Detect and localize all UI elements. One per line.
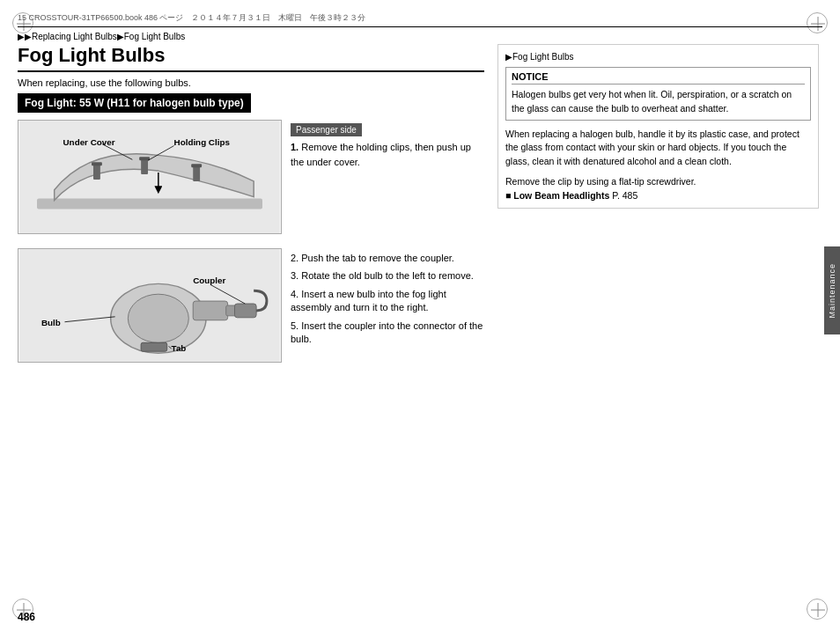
diagram-top-svg: Under Cover Holding Clips [18, 121, 281, 233]
step1-num: 1. [291, 142, 298, 152]
svg-rect-1 [37, 199, 262, 209]
sidebar-label: Maintenance [828, 263, 836, 319]
main-content: Fog Light Bulbs When replacing, use the … [18, 44, 818, 606]
body-text: When replacing a halogen bulb, handle it… [505, 128, 811, 169]
page-number: 486 [18, 611, 35, 623]
steps-2-5-area: 2. Push the tab to remove the coupler. 3… [291, 248, 484, 350]
step1-area: Passenger side 1. Remove the holding cli… [291, 120, 484, 176]
svg-rect-4 [141, 158, 148, 174]
ref-link-text: Low Beam Headlights [513, 190, 609, 201]
ref-link: ■ Low Beam Headlights P. 485 [505, 190, 811, 201]
notice-box: NOTICE Halogen bulbs get very hot when l… [505, 67, 811, 121]
svg-rect-18 [234, 304, 256, 318]
right-col-header-text: ▶Fog Light Bulbs [505, 52, 574, 62]
right-col-header: ▶Fog Light Bulbs [505, 52, 811, 62]
svg-rect-16 [193, 301, 227, 320]
svg-rect-6 [193, 165, 200, 181]
right-column: ▶Fog Light Bulbs NOTICE Halogen bulbs ge… [497, 44, 819, 209]
svg-text:Coupler: Coupler [193, 276, 225, 285]
diagram-bottom-svg: Bulb Coupler Tab [18, 249, 281, 362]
file-info: 15 CROSSTOUR-31TP66500.book 486 ページ ２０１４… [18, 13, 365, 22]
notice-text: Halogen bulbs get very hot when lit. Oil… [512, 88, 805, 116]
breadcrumb: ▶▶Replacing Light Bulbs▶Fog Light Bulbs [18, 32, 185, 41]
page-title: Fog Light Bulbs [18, 44, 484, 72]
breadcrumb-text: ▶▶Replacing Light Bulbs▶Fog Light Bulbs [18, 32, 185, 41]
bulb-spec-box: Fog Light: 55 W (H11 for halogen bulb ty… [18, 93, 251, 113]
svg-point-15 [128, 294, 188, 342]
step3-text: 3. Rotate the old bulb to the left to re… [291, 269, 484, 283]
svg-rect-19 [141, 342, 167, 351]
step1-text: 1. Remove the holding clips, then push u… [291, 140, 484, 169]
svg-rect-2 [93, 164, 100, 180]
svg-rect-3 [92, 162, 102, 165]
svg-text:Under Cover: Under Cover [63, 137, 115, 147]
left-column: Fog Light Bulbs When replacing, use the … [18, 44, 484, 370]
intro-text: When replacing, use the following bulbs. [18, 77, 484, 88]
svg-text:Bulb: Bulb [41, 318, 61, 327]
svg-text:Tab: Tab [172, 343, 187, 353]
svg-rect-7 [191, 164, 202, 167]
top-meta: 15 CROSSTOUR-31TP66500.book 486 ページ ２０１４… [18, 12, 822, 27]
sidebar-tab: Maintenance [824, 246, 840, 334]
diagram-top: Under Cover Holding Clips [18, 120, 282, 234]
notice-title: NOTICE [512, 71, 805, 85]
step5-text: 5. Insert the coupler into the connector… [291, 320, 484, 347]
step4-text: 4. Insert a new bulb into the fog light … [291, 288, 484, 315]
ref-sentence: Remove the clip by using a flat-tip scre… [505, 176, 811, 187]
svg-text:Holding Clips: Holding Clips [174, 137, 231, 147]
diagram-bottom: Bulb Coupler Tab [18, 248, 282, 363]
passenger-badge: Passenger side [291, 123, 362, 136]
ref-icon: ■ [505, 190, 511, 201]
ref-page: P. 485 [612, 190, 637, 201]
svg-rect-5 [139, 157, 150, 160]
step2-text: 2. Push the tab to remove the coupler. [291, 252, 484, 265]
ref-text: Remove the clip by using a flat-tip scre… [505, 176, 811, 201]
